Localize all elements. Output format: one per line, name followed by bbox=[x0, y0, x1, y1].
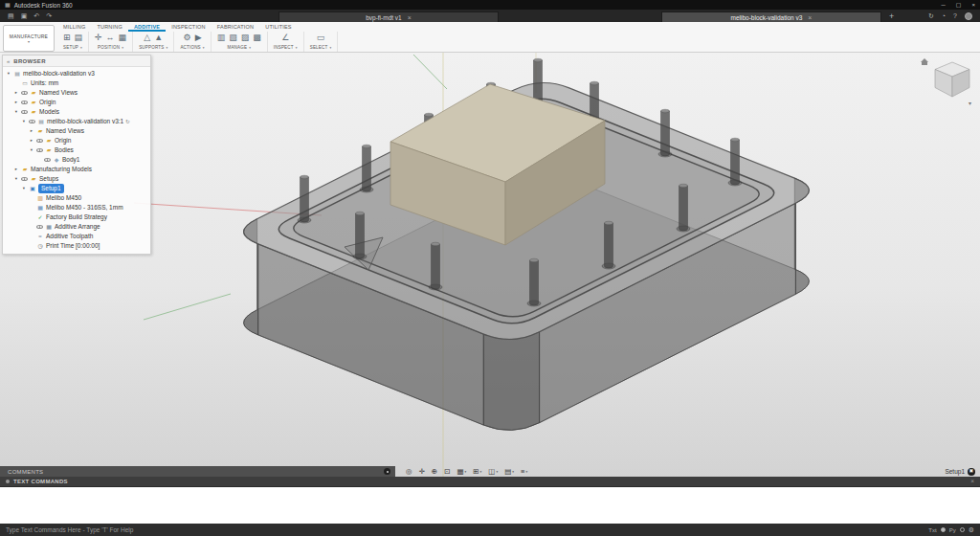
move-components-icon[interactable]: ✛ bbox=[95, 34, 102, 42]
document-tab-active[interactable]: melibo-block-validation v3 × bbox=[661, 11, 881, 22]
view-cube-menu-icon[interactable]: ▾ bbox=[969, 100, 971, 106]
tree-row[interactable]: ✓Factory Build Strategy bbox=[3, 212, 150, 222]
collapse-panel-icon[interactable]: « bbox=[7, 58, 10, 64]
expander-icon[interactable]: ▾ bbox=[6, 72, 11, 77]
tree-row[interactable]: ▥Melibo M450 bbox=[3, 193, 150, 203]
grid-snap-icon[interactable]: ⊞▾ bbox=[473, 468, 481, 476]
tree-row[interactable]: ▾▤melibo-block-validation v3 bbox=[3, 69, 150, 78]
mode-radio-py[interactable] bbox=[960, 527, 965, 532]
select-icon[interactable]: ▭ bbox=[317, 34, 325, 42]
tree-row[interactable]: ▾▰Setups bbox=[3, 174, 150, 184]
ribbon-tab-inspection[interactable]: INSPECTION bbox=[166, 22, 212, 32]
undo-icon[interactable]: ↶ bbox=[33, 12, 39, 20]
visibility-eye-icon[interactable] bbox=[44, 158, 51, 162]
new-setup-icon[interactable]: ⊞ bbox=[63, 34, 71, 42]
expander-icon[interactable]: ▾ bbox=[29, 148, 34, 153]
close-tab-icon[interactable]: × bbox=[408, 14, 412, 21]
simulate-icon[interactable]: ▶ bbox=[195, 34, 202, 42]
expander-icon[interactable]: ▸ bbox=[13, 91, 19, 96]
visibility-eye-icon[interactable] bbox=[36, 148, 43, 152]
tree-row[interactable]: ◆Body1 bbox=[3, 155, 150, 165]
tree-row[interactable]: ▾▤melibo-block-validation v3:1↻ bbox=[3, 117, 150, 126]
expander-icon[interactable]: ▸ bbox=[13, 100, 19, 105]
tree-row[interactable]: ▦Melibo M450 - 316SS, 1mm bbox=[3, 203, 150, 212]
text-commands-header[interactable]: TEXT COMMANDS × bbox=[0, 477, 980, 486]
file-menu-icon[interactable]: ▤ bbox=[8, 12, 14, 20]
command-prompt[interactable]: Type Text Commands Here - Type 'T' For H… bbox=[6, 526, 133, 533]
ribbon-tab-turning[interactable]: TURNING bbox=[91, 22, 127, 32]
expander-icon[interactable]: ▾ bbox=[13, 110, 19, 115]
text-commands-output[interactable] bbox=[0, 486, 980, 524]
close-tab-icon[interactable]: × bbox=[808, 14, 812, 21]
display-settings-icon[interactable]: ▦▾ bbox=[457, 468, 466, 476]
maximize-icon[interactable]: ▢ bbox=[956, 2, 962, 8]
generate-icon[interactable]: ⚙ bbox=[184, 34, 191, 42]
close-panel-icon[interactable]: × bbox=[970, 479, 974, 485]
notifications-icon[interactable]: ◔ bbox=[942, 12, 946, 19]
toolbar-group-label[interactable]: INSPECT▾ bbox=[274, 45, 298, 50]
edit-supports-icon[interactable]: ▲ bbox=[154, 34, 163, 42]
orbit-icon[interactable]: ◎ bbox=[406, 468, 412, 476]
zoom-icon[interactable]: ⊕ bbox=[432, 468, 437, 476]
tool-library-icon[interactable]: ▩ bbox=[253, 34, 261, 42]
tree-row[interactable]: ▦Additive Arrange bbox=[3, 222, 150, 232]
setup-sheet-icon[interactable]: ▧ bbox=[229, 34, 237, 42]
tree-row[interactable]: ▾▣Setup1 bbox=[3, 184, 150, 193]
toolbar-group-label[interactable]: SELECT▾ bbox=[310, 45, 332, 50]
ribbon-tab-utilities[interactable]: UTILITIES bbox=[259, 22, 297, 32]
visibility-eye-icon[interactable] bbox=[21, 100, 28, 104]
viewports-icon[interactable]: ◫▾ bbox=[488, 468, 498, 476]
post-process-icon[interactable]: ▥ bbox=[217, 34, 226, 42]
comment-indicator-icon[interactable] bbox=[384, 468, 390, 475]
ribbon-tab-fabrication[interactable]: FABRICATION bbox=[212, 22, 259, 32]
active-setup-badge[interactable]: Setup1 ▣ bbox=[945, 466, 975, 477]
expander-icon[interactable]: ▾ bbox=[13, 177, 19, 182]
view-cube[interactable]: ▾ bbox=[921, 58, 971, 106]
toolbar-group-label[interactable]: POSITION▾ bbox=[98, 45, 123, 50]
tree-row[interactable]: ▸▰Named Views bbox=[3, 126, 150, 136]
tree-row[interactable]: ▸▰Manufacturing Models bbox=[3, 165, 150, 174]
tree-row[interactable]: ▸▰Origin bbox=[3, 98, 150, 107]
user-avatar[interactable] bbox=[965, 12, 972, 20]
toolbar-group-label[interactable]: MANAGE▾ bbox=[227, 45, 251, 50]
align-icon[interactable]: ↔ bbox=[106, 34, 115, 42]
pan-icon[interactable]: ✛ bbox=[419, 468, 425, 476]
comments-panel-header[interactable]: COMMENTS bbox=[0, 466, 395, 477]
expander-icon[interactable]: ▸ bbox=[29, 139, 34, 144]
home-icon[interactable] bbox=[921, 58, 928, 65]
redo-icon[interactable]: ↷ bbox=[46, 12, 52, 20]
close-icon[interactable]: × bbox=[971, 2, 975, 8]
help-icon[interactable]: ? bbox=[953, 12, 957, 19]
expander-icon[interactable]: ▸ bbox=[29, 129, 34, 134]
expander-icon[interactable]: ▾ bbox=[21, 120, 27, 124]
mode-radio-txt[interactable] bbox=[941, 527, 946, 532]
templates-icon[interactable]: ▨ bbox=[241, 34, 250, 42]
job-status-icon[interactable]: ↻ bbox=[928, 12, 934, 20]
tree-row[interactable]: ▭Units: mm bbox=[3, 78, 150, 88]
tree-row[interactable]: ◷Print Time [0:00:00] bbox=[3, 241, 150, 251]
auto-arrange-icon[interactable]: ▦ bbox=[119, 34, 127, 42]
visual-style-icon[interactable]: ▤▾ bbox=[504, 468, 514, 476]
visibility-eye-icon[interactable] bbox=[21, 110, 28, 114]
visibility-eye-icon[interactable] bbox=[36, 225, 43, 229]
expander-icon[interactable]: ▾ bbox=[21, 187, 27, 191]
tree-row[interactable]: ≈Additive Toolpath bbox=[3, 232, 150, 241]
tree-row[interactable]: ▾▰Bodies bbox=[3, 145, 150, 155]
app-grid-icon[interactable]: ▦ bbox=[5, 2, 11, 8]
visibility-eye-icon[interactable] bbox=[21, 91, 28, 95]
toolbar-group-label[interactable]: SETUP▾ bbox=[63, 45, 82, 50]
fit-icon[interactable]: ⊡ bbox=[444, 468, 450, 476]
measure-icon[interactable]: ∠ bbox=[281, 34, 289, 42]
visibility-eye-icon[interactable] bbox=[29, 120, 35, 123]
ribbon-tab-milling[interactable]: MILLING bbox=[57, 22, 91, 32]
tree-row[interactable]: ▸▰Named Views bbox=[3, 88, 150, 98]
new-tab-button[interactable]: + bbox=[889, 11, 894, 21]
ribbon-tab-additive[interactable]: ADDITIVE bbox=[128, 22, 166, 32]
visibility-eye-icon[interactable] bbox=[21, 177, 28, 181]
minimize-icon[interactable]: ─ bbox=[942, 2, 946, 8]
tree-row[interactable]: ▸▰Origin bbox=[3, 136, 150, 145]
generate-supports-icon[interactable]: △ bbox=[144, 34, 150, 42]
toolbar-group-label[interactable]: SUPPORTS▾ bbox=[139, 45, 167, 50]
settings-gear-icon[interactable]: ⚙ bbox=[969, 526, 974, 533]
machine-library-icon[interactable]: ▤ bbox=[75, 34, 83, 42]
